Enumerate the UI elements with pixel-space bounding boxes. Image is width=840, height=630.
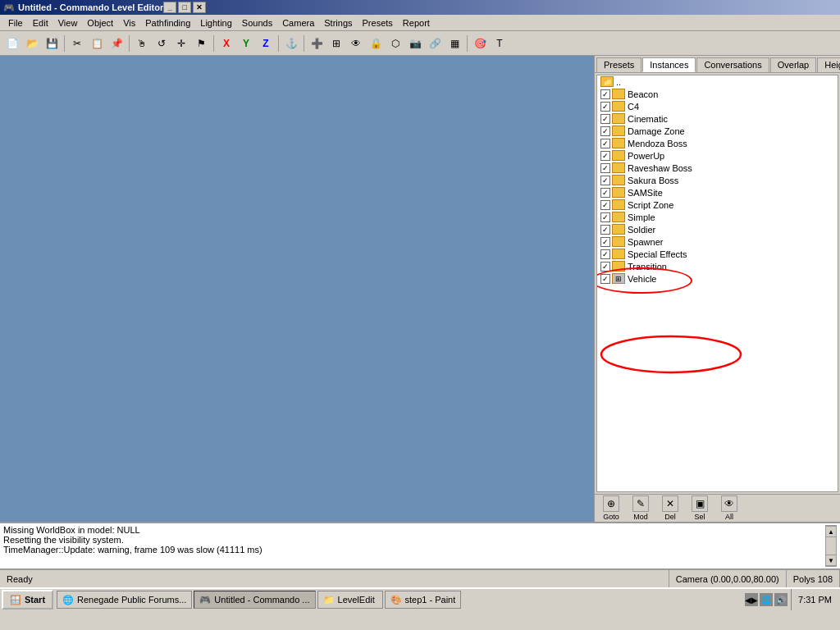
- panel-btn-mod[interactable]: ✎Mod: [628, 495, 654, 521]
- tree-checkbox-c4[interactable]: [600, 102, 610, 112]
- tree-item-sakura-boss[interactable]: Sakura Boss: [597, 174, 838, 186]
- menu-item-camera[interactable]: Camera: [277, 16, 319, 30]
- tree-item-samsite[interactable]: SAMSite: [597, 186, 838, 199]
- scroll-up-button[interactable]: ▲: [825, 526, 837, 537]
- tree-checkbox-mendoza-boss[interactable]: [600, 139, 610, 148]
- toolbar-new[interactable]: 📄: [3, 34, 21, 52]
- taskbar-clock: 7:31 PM: [791, 589, 838, 610]
- tree-item-soldier[interactable]: Soldier: [597, 223, 838, 235]
- toolbar-save[interactable]: 💾: [43, 34, 61, 52]
- menu-item-report[interactable]: Report: [398, 16, 435, 30]
- log-scrollbar[interactable]: ▲ ▼: [825, 525, 837, 567]
- menu-item-lighting[interactable]: Lighting: [195, 16, 237, 30]
- scroll-down-button[interactable]: ▼: [825, 555, 837, 566]
- tree-checkbox-soldier[interactable]: [600, 225, 610, 235]
- tree-root[interactable]: 📁 ..: [597, 75, 838, 88]
- tree-item-transition[interactable]: Transition: [597, 260, 838, 272]
- tree-checkbox-vehicle[interactable]: [600, 274, 610, 284]
- tree-item-spawner[interactable]: Spawner: [597, 235, 838, 248]
- panel-btn-icon-goto: ⊕: [603, 495, 619, 512]
- toolbar-add[interactable]: ➕: [308, 34, 326, 52]
- menu-item-presets[interactable]: Presets: [358, 16, 398, 30]
- menu-item-object[interactable]: Object: [82, 16, 118, 30]
- tree-checkbox-raveshaw-boss[interactable]: [600, 163, 610, 173]
- tree-checkbox-script-zone[interactable]: [600, 200, 610, 210]
- tab-presets[interactable]: Presets: [596, 57, 641, 72]
- tree-checkbox-beacon[interactable]: [600, 89, 610, 99]
- tree-checkbox-cinematic[interactable]: [600, 114, 610, 124]
- toolbar-copy[interactable]: 📋: [88, 34, 106, 52]
- menu-item-vis[interactable]: Vis: [118, 16, 140, 30]
- toolbar-3d[interactable]: ▦: [445, 34, 463, 52]
- toolbar-rotate[interactable]: ↺: [153, 34, 171, 52]
- tree-label: Vehicle: [628, 274, 656, 284]
- minimize-button[interactable]: _: [163, 2, 176, 13]
- menu-item-file[interactable]: File: [3, 16, 28, 30]
- tree-item-c4[interactable]: C4: [597, 100, 838, 112]
- menu-item-sounds[interactable]: Sounds: [237, 16, 277, 30]
- maximize-button[interactable]: □: [178, 2, 191, 13]
- toolbar-cut[interactable]: ✂: [68, 34, 86, 52]
- tree-item-raveshaw-boss[interactable]: Raveshaw Boss: [597, 162, 838, 174]
- tree-item-simple[interactable]: Simple: [597, 211, 838, 223]
- toolbar-open[interactable]: 📂: [23, 34, 41, 52]
- toolbar-flag[interactable]: ⚑: [192, 34, 210, 52]
- tree-checkbox-powerup[interactable]: [600, 151, 610, 161]
- tree-label: SAMSite: [628, 188, 663, 198]
- tree-item-damage-zone[interactable]: Damage Zone: [597, 125, 838, 137]
- toolbar-y[interactable]: Y: [237, 34, 255, 52]
- taskbar-item-label: Renegade Public Forums...: [77, 595, 186, 605]
- panel-btn-all[interactable]: 👁All: [716, 495, 742, 521]
- panel-btn-del[interactable]: ✕Del: [657, 495, 683, 521]
- toolbar-lock[interactable]: 🔒: [367, 34, 385, 52]
- tree-checkbox-spawner[interactable]: [600, 237, 610, 247]
- tree-item-cinematic[interactable]: Cinematic: [597, 112, 838, 125]
- tree-checkbox-sakura-boss[interactable]: [600, 176, 610, 185]
- tree-checkbox-damage-zone[interactable]: [600, 126, 610, 136]
- tab-instances[interactable]: Instances: [642, 57, 696, 72]
- toolbar-target[interactable]: 🎯: [471, 34, 489, 52]
- tree-item-powerup[interactable]: PowerUp: [597, 149, 838, 162]
- taskbar-item-renegade-public-forums...[interactable]: 🌐Renegade Public Forums...: [57, 591, 192, 609]
- toolbar-camera[interactable]: 📷: [406, 34, 424, 52]
- toolbar-cursor[interactable]: 🖱: [133, 34, 151, 52]
- toolbar-anchor[interactable]: ⚓: [282, 34, 300, 52]
- toolbar-x[interactable]: X: [217, 34, 235, 52]
- toolbar-move[interactable]: ✛: [172, 34, 190, 52]
- tree-panel[interactable]: 📁 .. BeaconC4CinematicDamage ZoneMendoza…: [596, 75, 838, 492]
- panel-btn-goto[interactable]: ⊕Goto: [598, 495, 624, 521]
- taskbar-item-step1---paint[interactable]: 🎨step1 - Paint: [385, 591, 462, 609]
- menu-item-view[interactable]: View: [53, 16, 83, 30]
- close-button[interactable]: ✕: [193, 2, 206, 13]
- menu-item-pathfinding[interactable]: Pathfinding: [140, 16, 195, 30]
- viewport[interactable]: [0, 56, 594, 522]
- tree-checkbox-transition[interactable]: [600, 262, 610, 272]
- menu-item-edit[interactable]: Edit: [28, 16, 53, 30]
- tree-item-mendoza-boss[interactable]: Mendoza Boss: [597, 137, 838, 149]
- tab-heightfield[interactable]: Heightfield: [817, 57, 840, 72]
- menu-item-strings[interactable]: Strings: [319, 16, 357, 30]
- tree-item-script-zone[interactable]: Script Zone: [597, 199, 838, 211]
- tree-item-special-effects[interactable]: Special Effects: [597, 248, 838, 260]
- taskbar-item-label: step1 - Paint: [405, 595, 456, 605]
- tab-conversations[interactable]: Conversations: [696, 57, 769, 72]
- panel-btn-icon-sel: ▣: [692, 495, 708, 512]
- toolbar-link[interactable]: 🔗: [426, 34, 444, 52]
- taskbar-item-leveledit[interactable]: 📁LevelEdit: [317, 591, 383, 609]
- toolbar-z[interactable]: Z: [257, 34, 275, 52]
- start-button[interactable]: 🪟 Start: [2, 590, 53, 609]
- tab-overlap[interactable]: Overlap: [770, 57, 817, 72]
- toolbar-eye[interactable]: 👁: [347, 34, 365, 52]
- tree-checkbox-samsite[interactable]: [600, 188, 610, 198]
- tree-item-vehicle[interactable]: ⊞Vehicle: [597, 272, 838, 285]
- toolbar-paste[interactable]: 📌: [107, 34, 126, 52]
- log-line: Resetting the visibility system.: [3, 535, 822, 545]
- toolbar-grid[interactable]: ⊞: [327, 34, 345, 52]
- tree-checkbox-simple[interactable]: [600, 212, 610, 222]
- tree-item-beacon[interactable]: Beacon: [597, 88, 838, 100]
- taskbar-item-untitled---commando-...[interactable]: 🎮Untitled - Commando ...: [194, 591, 315, 609]
- toolbar-brush[interactable]: T: [491, 34, 509, 52]
- tree-checkbox-special-effects[interactable]: [600, 249, 610, 259]
- panel-btn-sel[interactable]: ▣Sel: [687, 495, 713, 521]
- toolbar-wire[interactable]: ⬡: [386, 34, 404, 52]
